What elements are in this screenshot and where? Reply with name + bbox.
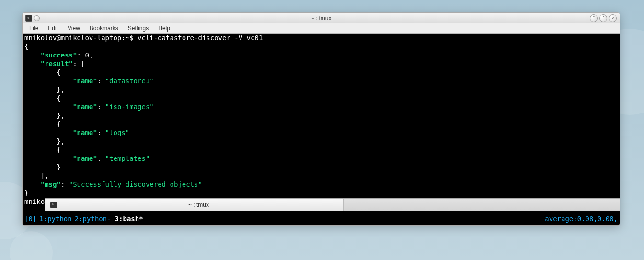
taskbar-empty-slot	[344, 199, 620, 211]
menu-edit[interactable]: Edit	[43, 24, 63, 33]
titlebar[interactable]: ~ : tmux ˅ ˄ ×	[23, 13, 620, 23]
terminal-icon	[50, 202, 57, 208]
tmux-session[interactable]: [0]	[24, 215, 36, 223]
menu-view[interactable]: View	[63, 24, 85, 33]
terminal-app-icon	[25, 15, 32, 22]
menu-bookmarks[interactable]: Bookmarks	[85, 24, 123, 33]
menu-help[interactable]: Help	[153, 24, 175, 33]
maximize-button[interactable]: ˄	[599, 14, 607, 22]
close-button[interactable]: ×	[609, 14, 617, 22]
terminal-window: ~ : tmux ˅ ˄ × File Edit View Bookmarks …	[22, 12, 620, 226]
taskbar-item-tmux[interactable]: ~ : tmux	[45, 199, 344, 211]
taskbar: ~ : tmux	[45, 198, 620, 211]
tmux-window-3[interactable]: 3:bash*	[115, 215, 143, 223]
terminal-output[interactable]: mnikolov@mnikolov-laptop:~$ vcli-datasto…	[23, 34, 620, 225]
minimize-button[interactable]: ˅	[590, 14, 598, 22]
tmux-window-2[interactable]: 2:python-	[75, 215, 111, 223]
command-text: vcli-datastore-discover -V vc01	[138, 34, 263, 42]
window-title: ~ : tmux	[310, 15, 331, 22]
menu-settings[interactable]: Settings	[123, 24, 153, 33]
tmux-window-1[interactable]: 1:python	[39, 215, 71, 223]
menu-file[interactable]: File	[24, 24, 43, 33]
taskbar-item-label: ~ : tmux	[60, 202, 337, 208]
prompt-user: mnikolov@mnikolov-laptop	[24, 34, 121, 42]
tmux-load-average: average:0.08,0.08,	[545, 215, 618, 223]
titlebar-dot-icon	[34, 15, 40, 21]
menubar: File Edit View Bookmarks Settings Help	[23, 23, 620, 34]
